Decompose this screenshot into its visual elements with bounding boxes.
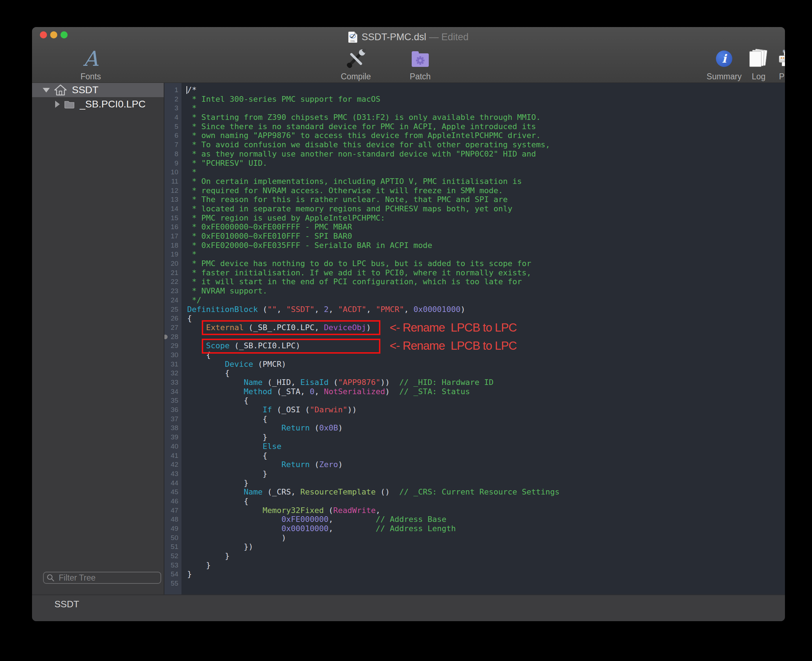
line-number: 10 (165, 168, 181, 177)
line-number: 17 (165, 232, 181, 241)
line-number: 2 (165, 95, 181, 104)
line-number: 37 (165, 415, 181, 424)
line-number: 51 (165, 542, 181, 551)
window-title-edited: — Edited (429, 32, 468, 42)
print-icon (778, 50, 785, 68)
document-icon-label: DSL (348, 40, 357, 42)
line-number: 25 (165, 305, 181, 314)
line-number: 41 (165, 451, 181, 460)
line-number: 7 (165, 140, 181, 149)
line-number: 45 (165, 487, 181, 497)
line-number: 23 (165, 286, 181, 295)
code-line: { (187, 497, 785, 506)
code-line: } (187, 551, 785, 561)
code-line: * as they normally use another non-stand… (187, 149, 785, 159)
code-line: * Intel 300-series PMC support for macOS (187, 95, 785, 104)
code-line: * (187, 104, 785, 113)
titlebar: DSL SSDT-PMC.dsl— Edited (32, 30, 785, 43)
line-number: 27 (165, 323, 181, 332)
code-line: { (187, 415, 785, 424)
code-line (187, 579, 785, 588)
document-icon: DSL (348, 32, 357, 43)
sidebar-item-sb-pci0-lpc[interactable]: _SB.PCI0.LPC (32, 97, 164, 111)
code-line: * To avoid confusion we disable this dev… (187, 140, 785, 149)
code-line: External (_SB_.PCI0.LPC, DeviceObj) (187, 323, 785, 332)
sidebar-item-label: SSDT (72, 84, 99, 96)
line-number: 48 (165, 515, 181, 524)
code-line: * The reason for this is rather unclear.… (187, 195, 785, 204)
line-number: 21 (165, 268, 181, 278)
line-number: 24 (165, 295, 181, 305)
line-number: 31 (165, 360, 181, 369)
compile-button[interactable]: Compile (328, 46, 384, 81)
line-number: 18 (165, 241, 181, 250)
maciasl-window: DSL SSDT-PMC.dsl— Edited A Fonts (32, 27, 785, 621)
print-label: Print (779, 72, 785, 81)
code-line: Name (_CRS, ResourceTemplate () // _CRS:… (187, 487, 785, 497)
line-number: 6 (165, 131, 181, 140)
code-line: DefinitionBlock ("", "SSDT", 2, "ACDT", … (187, 305, 785, 314)
disclosure-right-icon[interactable] (55, 101, 60, 108)
code-line: } (187, 479, 785, 488)
code-line: Else (187, 442, 785, 451)
sidebar-item-label: _SB.PCI0.LPC (80, 99, 145, 110)
line-number: 16 (165, 222, 181, 232)
folder-icon (64, 100, 75, 109)
line-number: 55 (165, 579, 181, 588)
line-number: 46 (165, 497, 181, 506)
code-line: * faster initialisation. If we add it to… (187, 268, 785, 278)
line-number: 36 (165, 405, 181, 415)
line-number: 38 (165, 423, 181, 433)
code-line: */ (187, 295, 785, 305)
line-number: 4 (165, 113, 181, 122)
window-title: SSDT-PMC.dsl (361, 32, 426, 42)
line-number: 32 (165, 369, 181, 378)
content-area: SSDT _SB.PCI0.LPC (32, 83, 785, 594)
code-line: Return (Zero) (187, 460, 785, 469)
code-line: Memory32Fixed (ReadWrite, (187, 506, 785, 515)
patch-label: Patch (410, 72, 431, 81)
code-line: } (187, 570, 785, 579)
code-line: * "PCHRESV" UID. (187, 159, 785, 168)
code-line: { (187, 451, 785, 460)
code-line: }) (187, 542, 785, 551)
line-number-gutter: 1234567891011121314151617181920212223242… (165, 83, 181, 594)
line-number: 20 (165, 259, 181, 268)
line-number: 3 (165, 104, 181, 113)
code-line (187, 332, 785, 342)
line-number: 50 (165, 533, 181, 543)
line-number: 35 (165, 396, 181, 405)
code-line: } (187, 433, 785, 442)
code-line: * 0xFE000000~0xFE00FFFF - PMC MBAR (187, 222, 785, 232)
patch-gear-icon (412, 53, 429, 67)
line-number: 53 (165, 561, 181, 570)
code-line: { (187, 314, 785, 323)
line-number: 49 (165, 524, 181, 533)
fonts-button[interactable]: A Fonts (62, 46, 119, 81)
code-line: 0x00010000, // Address Length (187, 524, 785, 533)
line-number: 5 (165, 122, 181, 131)
line-number: 42 (165, 460, 181, 469)
tree-sidebar: SSDT _SB.PCI0.LPC (32, 83, 164, 594)
line-number: 14 (165, 204, 181, 214)
code-line: * 0xFE010000~0xFE010FFF - SPI BAR0 (187, 232, 785, 241)
line-number: 40 (165, 442, 181, 451)
code-line: Name (_HID, EisaId ("APP9876")) // _HID:… (187, 378, 785, 387)
line-number: 34 (165, 387, 181, 396)
code-line: Scope (_SB.PCI0.LPC) (187, 341, 785, 350)
code-line: * 0xFE020000~0xFE035FFF - SerialIo BAR i… (187, 241, 785, 250)
compile-icon (346, 49, 366, 69)
line-number: 33 (165, 378, 181, 387)
filter-tree-input[interactable] (43, 572, 161, 584)
disclosure-down-icon[interactable] (43, 88, 50, 93)
code-line: * PMC region is used by AppleIntelPCHPMC… (187, 214, 785, 223)
filter-tree-field-wrap (43, 572, 161, 584)
line-number: 9 (165, 159, 181, 168)
code-editor[interactable]: 1234567891011121314151617181920212223242… (165, 83, 785, 594)
line-number: 1 (165, 85, 181, 95)
line-number: 29 (165, 341, 181, 350)
patch-button[interactable]: Patch (392, 46, 449, 81)
print-button[interactable]: Print (759, 46, 785, 81)
sidebar-item-ssdt[interactable]: SSDT (32, 83, 164, 97)
line-number: 39 (165, 433, 181, 442)
